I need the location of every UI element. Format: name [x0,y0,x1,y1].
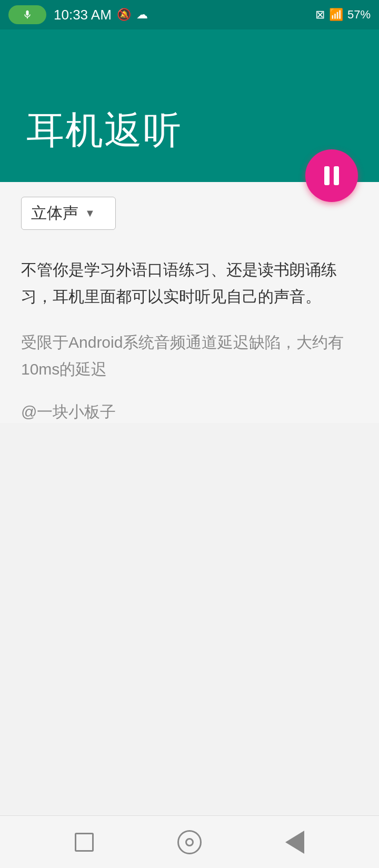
app-header: 耳机返听 [0,29,379,182]
mute-icon: 🔕 [117,8,131,22]
home-square-icon [75,833,94,852]
cloud-icon: ☁ [136,8,148,22]
pause-icon [324,166,339,185]
status-bar: 10:33 AM 🔕 ☁ ⊠ 📶 57 % [0,0,379,29]
pause-bar-right [334,166,339,185]
wifi-icon: 📶 [329,8,343,22]
back-arrow-icon [285,831,304,854]
status-bar-right: ⊠ 📶 57 % [315,8,371,22]
mic-button[interactable] [8,5,46,24]
author-text: @一块小板子 [21,401,358,423]
recents-circle-inner [185,838,194,846]
audio-channel-dropdown[interactable]: 立体声 ▼ [21,197,116,230]
description-section: 不管你是学习外语口语练习、还是读书朗诵练习，耳机里面都可以实时听见自己的声音。 … [0,240,379,423]
dropdown-selected-label: 立体声 [31,203,78,224]
back-button[interactable] [279,826,311,858]
status-time: 10:33 AM [54,7,112,23]
chevron-down-icon: ▼ [85,207,95,219]
home-button[interactable] [68,826,100,858]
page-title: 耳机返听 [26,105,182,156]
pause-bar-left [324,166,330,185]
recents-circle-icon [177,830,202,854]
description-text: 不管你是学习外语口语练习、还是读书朗诵练习，耳机里面都可以实时听见自己的声音。 [21,256,358,310]
close-screen-icon: ⊠ [315,8,325,22]
note-text: 受限于Android系统音频通道延迟缺陷，大约有10ms的延迟 [21,329,358,382]
mic-icon [22,9,33,20]
recents-button[interactable] [174,826,205,858]
content-area: 立体声 ▼ 不管你是学习外语口语练习、还是读书朗诵练习，耳机里面都可以实时听见自… [0,182,379,423]
battery-icon: 57 % [347,8,371,22]
pause-button[interactable] [305,149,358,202]
navigation-bar [0,815,379,868]
status-bar-left: 10:33 AM 🔕 ☁ [8,5,148,24]
